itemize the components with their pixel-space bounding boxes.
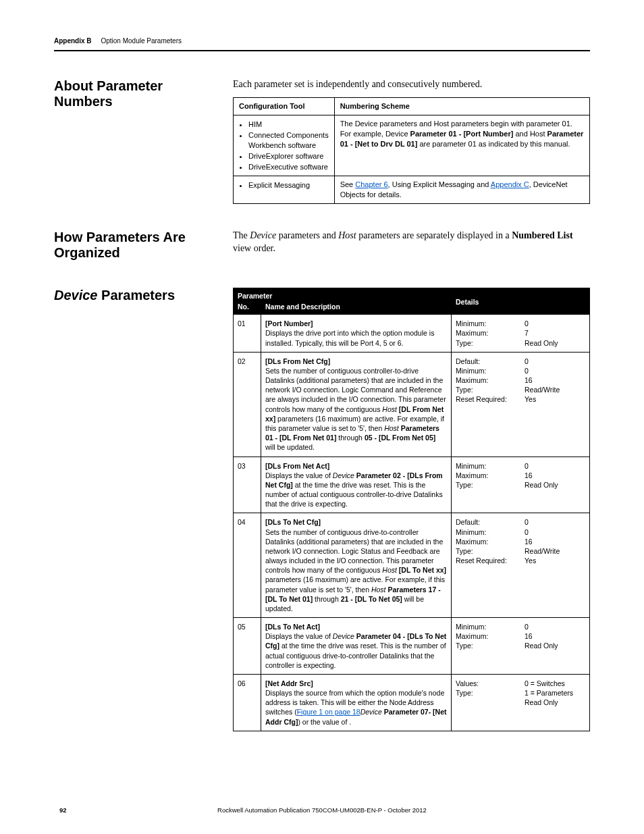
detail-value: 1 = Parameters	[525, 688, 585, 698]
param-desc: [DLs From Net Cfg]Sets the number of con…	[261, 352, 452, 457]
param-name: [DLs To Net Cfg]	[265, 518, 321, 526]
detail-label: Default:	[456, 517, 516, 527]
publication-line: Rockwell Automation Publication 750COM-U…	[54, 806, 590, 815]
param-row: 04[DLs To Net Cfg]Sets the number of con…	[234, 513, 590, 618]
section-heading: Device Parameters	[54, 288, 219, 303]
detail-label: Minimum:	[456, 319, 516, 328]
tool-item: DriveExecutive software	[248, 162, 329, 172]
tool-item: Connected Components Workbench software	[248, 130, 329, 151]
detail-value: Yes	[525, 394, 585, 404]
inline-link[interactable]: Figure 1 on page 18	[297, 708, 360, 716]
param-name: [DLs From Net Cfg]	[265, 357, 330, 365]
detail-value: 0 = Switches	[525, 679, 585, 688]
page-number: 92	[59, 806, 67, 815]
detail-label: Maximum:	[456, 631, 516, 641]
param-values: 0016Read/WriteYes	[520, 352, 590, 457]
detail-label: Reset Required:	[456, 556, 516, 565]
detail-value: 0	[525, 461, 585, 471]
param-values: 07Read Only	[520, 315, 590, 353]
param-name: [Net Addr Src]	[265, 679, 313, 687]
detail-value: 0	[525, 357, 585, 366]
param-desc: [Net Addr Src]Displays the source from w…	[261, 674, 452, 731]
param-name: [Port Number]	[265, 319, 313, 328]
tool-list: Explicit Messaging	[239, 180, 329, 190]
param-no: 06	[234, 674, 261, 731]
tool-item: HIM	[248, 120, 329, 130]
param-row: 05[DLs To Net Act]Displays the value of …	[234, 618, 590, 675]
config-table: Configuration Tool Numbering Scheme HIM …	[233, 97, 590, 204]
param-values: 016Read Only	[520, 618, 590, 675]
detail-value: 0	[525, 527, 585, 537]
detail-value: Yes	[525, 556, 585, 565]
detail-value: Read Only	[525, 338, 585, 348]
detail-label: Maximum:	[456, 471, 516, 480]
appendix-label: Appendix B	[54, 37, 92, 45]
detail-label: Reset Required:	[456, 394, 516, 404]
detail-value: Read/Write	[525, 385, 585, 394]
th-details: Details	[452, 288, 590, 314]
param-details: Default:Minimum:Maximum:Type:Reset Requi…	[452, 513, 521, 618]
tool-item: Explicit Messaging	[248, 180, 329, 190]
param-row: 02[DLs From Net Cfg]Sets the number of c…	[234, 352, 590, 457]
section-how: How Parameters Are Organized The Device …	[54, 230, 590, 262]
scheme-cell: See Chapter 6, Using Explicit Messaging …	[334, 176, 589, 204]
param-no: 04	[234, 513, 261, 618]
detail-label: Minimum:	[456, 461, 516, 471]
param-values: 0016Read/WriteYes	[520, 513, 590, 618]
detail-value: 16	[525, 375, 585, 385]
param-desc: [DLs To Net Cfg]Sets the number of conti…	[261, 513, 452, 618]
param-name: [DLs To Net Act]	[265, 623, 320, 631]
param-details: Minimum:Maximum:Type:	[452, 618, 521, 675]
section-about: About Parameter Numbers Each parameter s…	[54, 78, 590, 205]
detail-label: Maximum:	[456, 375, 516, 385]
tool-item: DriveExplorer software	[248, 151, 329, 161]
detail-value: 0	[525, 366, 585, 375]
th-name: Name and Description	[261, 302, 452, 315]
detail-value: 16	[525, 631, 585, 641]
header-rule	[54, 50, 590, 51]
param-row: 06[Net Addr Src]Displays the source from…	[234, 674, 590, 731]
detail-label: Type:	[456, 688, 516, 698]
detail-label: Type:	[456, 641, 516, 650]
detail-value: Read Only	[525, 480, 585, 490]
detail-value: 0	[525, 517, 585, 527]
section-device: Device Parameters Parameter Details No. …	[54, 288, 590, 731]
section-heading: About Parameter Numbers	[54, 78, 219, 109]
detail-label: Type:	[456, 546, 516, 556]
cfg-row: HIM Connected Components Workbench softw…	[234, 115, 590, 176]
param-row: 03[DLs From Net Act]Displays the value o…	[234, 457, 590, 513]
appendix-c-link[interactable]: Appendix C	[491, 180, 529, 188]
param-no: 05	[234, 618, 261, 675]
detail-value: Read/Write	[525, 546, 585, 556]
how-para: The Device parameters and Host parameter…	[233, 230, 590, 255]
th-no: No.	[234, 302, 261, 315]
detail-label: Maximum:	[456, 537, 516, 546]
detail-value: Read Only	[525, 698, 585, 707]
param-values: 016Read Only	[520, 457, 590, 513]
param-desc: [DLs From Net Act]Displays the value of …	[261, 457, 452, 513]
detail-label: Values:	[456, 679, 516, 688]
detail-value: 16	[525, 471, 585, 480]
detail-label: Default:	[456, 357, 516, 366]
param-details: Minimum:Maximum:Type:	[452, 315, 521, 353]
cfg-th-tool: Configuration Tool	[234, 98, 335, 115]
param-details: Default:Minimum:Maximum:Type:Reset Requi…	[452, 352, 521, 457]
param-row: 01[Port Number]Displays the drive port i…	[234, 315, 590, 353]
param-desc: [Port Number]Displays the drive port int…	[261, 315, 452, 353]
param-no: 01	[234, 315, 261, 353]
detail-label: Type:	[456, 385, 516, 394]
chapter6-link[interactable]: Chapter 6	[355, 180, 387, 188]
param-no: 03	[234, 457, 261, 513]
detail-value: Read Only	[525, 641, 585, 650]
tool-list: HIM Connected Components Workbench softw…	[239, 120, 329, 172]
device-param-table: Parameter Details No. Name and Descripti…	[233, 288, 590, 731]
detail-label: Maximum:	[456, 328, 516, 338]
param-desc: [DLs To Net Act]Displays the value of De…	[261, 618, 452, 675]
detail-value: 16	[525, 537, 585, 546]
param-no: 02	[234, 352, 261, 457]
param-values: 0 = Switches1 = ParametersRead Only	[520, 674, 590, 731]
detail-label: Type:	[456, 480, 516, 490]
scheme-cell: The Device parameters and Host parameter…	[334, 115, 589, 176]
th-parameter: Parameter	[234, 288, 452, 302]
cfg-th-scheme: Numbering Scheme	[334, 98, 589, 115]
